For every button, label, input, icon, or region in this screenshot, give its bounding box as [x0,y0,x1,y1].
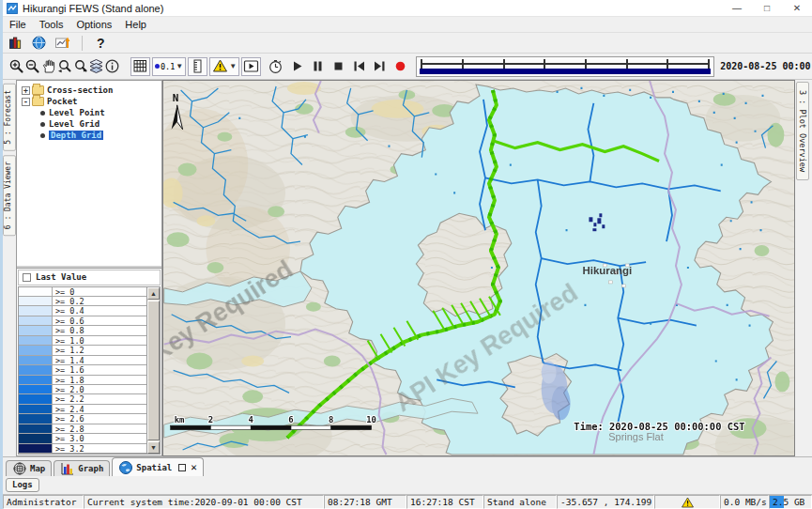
grid-display-button[interactable] [130,57,150,76]
tab-spatial-label: Spatial [136,463,172,472]
chevron-down-icon: ▼ [176,62,183,70]
tree-item-level-grid[interactable]: Level Grid [20,118,161,130]
scroll-up-icon[interactable]: ▲ [147,287,160,300]
zoom-previous-icon[interactable] [56,58,72,75]
maximize-panel-icon[interactable] [178,464,186,471]
legend-row[interactable]: >= 1.0 [19,336,146,346]
legend-row[interactable]: >= 0 [19,287,146,297]
legend-row[interactable]: >= 2.4 [19,405,146,414]
info-icon[interactable] [104,58,120,75]
tab-plot-overview[interactable]: 3 : Plot Overview [796,82,809,180]
window-title: Hikurangi FEWS (Stand alone) [23,3,722,14]
database-icon[interactable] [7,35,24,52]
legend-color-swatch [19,287,53,296]
legend-row[interactable]: >= 0.4 [19,306,146,316]
expand-icon[interactable]: + [22,86,30,95]
threshold-dropdown[interactable]: 0.1▼ [152,57,186,76]
legend-title: Last Value [36,272,86,282]
layer-tree: + Cross-section - Pocket Level Point Lev… [17,81,161,268]
gauge-button[interactable] [188,57,207,76]
legend-row-label: >= 0.2 [53,297,146,305]
bullet-icon [40,111,45,116]
status-network: 0.0 MB/s [720,495,769,509]
folder-icon [32,97,44,106]
zoom-in-icon[interactable] [8,58,24,75]
animation-button[interactable] [241,57,261,76]
legend-row-label: >= 3.0 [53,434,146,442]
logs-button[interactable]: Logs [6,478,39,492]
toolbar-separator [82,36,83,51]
legend-row-label: >= 2.0 [53,385,146,393]
play-button[interactable] [289,58,305,75]
legend-row[interactable]: >= 2.0 [19,385,146,394]
menu-help[interactable]: Help [118,19,153,30]
main-toolbar: ? [3,32,812,53]
tab-spatial[interactable]: Spatial ✕ [112,457,204,476]
time-slider[interactable] [416,56,714,77]
maximize-button[interactable]: □ [752,0,782,16]
tree-item-level-point[interactable]: Level Point [20,107,161,118]
menu-tools[interactable]: Tools [33,19,70,30]
record-button[interactable] [392,58,408,75]
scroll-thumb[interactable] [147,301,160,440]
legend-color-swatch [19,376,53,384]
map-view[interactable]: API Key Required API Key Required Hikura… [162,80,795,456]
legend-row-label: >= 0.4 [53,306,146,315]
layers-icon[interactable] [88,58,104,75]
town-label: Hikurangi [582,265,632,276]
status-coordinates: -35.657 , 174.199 [557,495,654,509]
legend-row-label: >= 0.6 [53,316,146,325]
legend-table: >= 0>= 0.2>= 0.4>= 0.6>= 0.8>= 1.0>= 1.2… [18,286,161,455]
collapse-icon[interactable]: - [22,98,30,106]
stop-button[interactable] [330,58,346,75]
tab-map[interactable]: Map [6,460,52,476]
close-button[interactable]: ✕ [782,0,812,16]
legend-row[interactable]: >= 0.8 [19,326,146,335]
svg-text:N: N [173,92,179,104]
legend-row[interactable]: >= 3.0 [19,434,146,443]
legend-row[interactable]: >= 1.6 [19,365,146,375]
tree-item-pocket[interactable]: - Pocket [20,96,161,107]
help-button[interactable]: ? [93,36,109,51]
legend-row[interactable]: >= 2.2 [19,394,146,404]
close-panel-icon[interactable]: ✕ [191,461,197,473]
globe-icon[interactable] [30,35,48,52]
legend-panel: Last Value >= 0>= 0.2>= 0.4>= 0.6>= 0.8>… [17,268,161,455]
tree-item-depth-grid[interactable]: Depth Grid [20,130,161,141]
last-value-checkbox[interactable] [23,273,31,282]
pan-hand-icon[interactable] [40,58,56,75]
pause-button[interactable] [310,58,326,75]
legend-row[interactable]: >= 1.4 [19,356,146,365]
legend-color-swatch [19,414,53,423]
legend-row[interactable]: >= 1.8 [19,376,146,385]
legend-scrollbar[interactable]: ▲ ▼ [146,287,160,454]
legend-row[interactable]: >= 0.2 [19,297,146,306]
status-warning[interactable] [654,495,720,509]
legend-row[interactable]: >= 2.8 [19,424,146,434]
chart-export-icon[interactable] [54,35,71,52]
skip-start-button[interactable] [351,58,367,75]
tab-forecast[interactable]: 5 : Forecast [3,84,16,151]
menu-file[interactable]: File [3,19,33,30]
time-slider-track [421,63,710,65]
tab-data-viewer[interactable]: 6 : Data Viewer [3,155,16,236]
tree-item-label: Cross-section [47,85,113,95]
legend-row[interactable]: >= 1.2 [19,346,146,355]
legend-row[interactable]: >= 3.2 [19,444,146,454]
time-slider-range [420,69,711,74]
tree-item-cross-section[interactable]: + Cross-section [20,85,161,96]
legend-row[interactable]: >= 0.6 [19,316,146,326]
minimize-button[interactable]: — [722,0,752,16]
tab-graph[interactable]: Graph [54,460,110,476]
warning-dropdown[interactable]: ▼ [209,57,239,76]
legend-row[interactable]: >= 2.6 [19,414,146,424]
menu-options[interactable]: Options [69,19,118,30]
zoom-next-icon[interactable] [72,58,88,75]
app-icon [7,3,18,14]
timer-icon[interactable] [268,58,283,75]
skip-end-button[interactable] [372,58,388,75]
scroll-down-icon[interactable]: ▼ [147,441,160,454]
map-toolbar: 0.1▼ ▼ 2020-08-25 00:00:00 CST [3,53,812,80]
zoom-out-icon[interactable] [24,58,40,75]
legend-row-label: >= 2.4 [53,405,146,413]
